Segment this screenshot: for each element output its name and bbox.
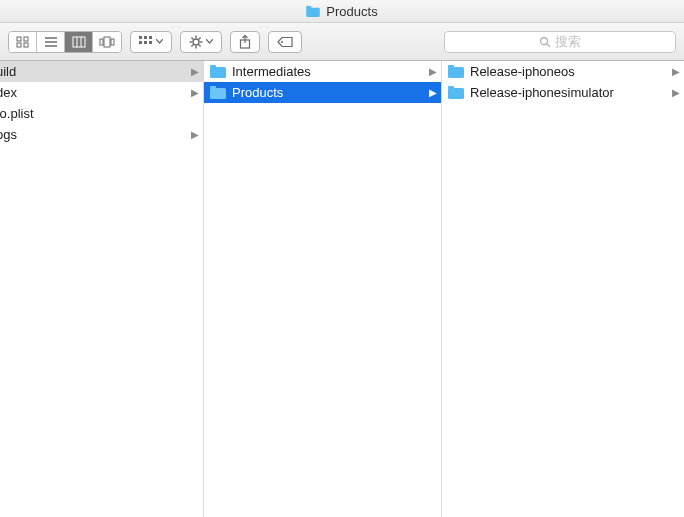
- column-0[interactable]: uild▶dex▶fo.plistogs▶: [0, 61, 204, 517]
- window-title: Products: [326, 4, 377, 19]
- svg-rect-4: [17, 43, 21, 47]
- svg-line-29: [191, 44, 193, 46]
- svg-line-28: [199, 37, 201, 39]
- svg-line-26: [191, 37, 193, 39]
- svg-rect-9: [73, 37, 85, 47]
- column-1[interactable]: Intermediates▶Products▶: [204, 61, 442, 517]
- svg-point-21: [193, 39, 199, 45]
- item-label: Release-iphonesimulator: [470, 85, 614, 100]
- list-item[interactable]: dex▶: [0, 82, 203, 103]
- chevron-down-icon: [156, 39, 163, 44]
- item-label: fo.plist: [0, 106, 34, 121]
- share-icon: [239, 35, 251, 49]
- svg-rect-42: [448, 88, 464, 99]
- tag-icon: [277, 36, 293, 48]
- view-list-button[interactable]: [37, 32, 65, 52]
- window-titlebar: Products: [0, 0, 684, 23]
- list-item[interactable]: Release-iphoneos▶: [442, 61, 684, 82]
- svg-line-34: [547, 44, 550, 47]
- search-placeholder: 搜索: [555, 33, 581, 51]
- chevron-right-icon: ▶: [429, 87, 437, 98]
- gear-icon: [189, 35, 203, 49]
- svg-point-32: [281, 41, 283, 43]
- svg-rect-2: [17, 37, 21, 41]
- view-column-button[interactable]: [65, 32, 93, 52]
- toolbar: 搜索: [0, 23, 684, 61]
- svg-rect-12: [100, 39, 103, 45]
- chevron-right-icon: ▶: [191, 66, 199, 77]
- svg-rect-13: [104, 37, 110, 47]
- list-item[interactable]: Intermediates▶: [204, 61, 441, 82]
- view-icon-button[interactable]: [9, 32, 37, 52]
- grid-icon: [16, 36, 30, 48]
- svg-point-33: [541, 37, 548, 44]
- grid-small-icon: [139, 36, 153, 48]
- chevron-down-icon: [206, 39, 213, 44]
- item-label: Products: [232, 85, 283, 100]
- view-mode-group: [8, 31, 122, 53]
- list-icon: [44, 36, 58, 48]
- search-field[interactable]: 搜索: [444, 31, 676, 53]
- svg-line-27: [199, 44, 201, 46]
- svg-rect-3: [24, 37, 28, 41]
- svg-rect-16: [144, 36, 147, 39]
- column-browser: uild▶dex▶fo.plistogs▶ Intermediates▶Prod…: [0, 61, 684, 517]
- item-label: Release-iphoneos: [470, 64, 575, 79]
- svg-rect-15: [139, 36, 142, 39]
- list-item[interactable]: uild▶: [0, 61, 203, 82]
- chevron-right-icon: ▶: [429, 66, 437, 77]
- folder-icon: [448, 65, 464, 78]
- tags-button[interactable]: [268, 31, 302, 53]
- chevron-right-icon: ▶: [191, 129, 199, 140]
- item-label: dex: [0, 85, 17, 100]
- folder-icon: [210, 86, 226, 99]
- svg-rect-40: [448, 67, 464, 78]
- arrange-button[interactable]: [130, 31, 172, 53]
- svg-rect-19: [144, 41, 147, 44]
- chevron-right-icon: ▶: [191, 87, 199, 98]
- list-item[interactable]: Products▶: [204, 82, 441, 103]
- search-icon: [539, 36, 551, 48]
- svg-rect-38: [210, 88, 226, 99]
- action-button[interactable]: [180, 31, 222, 53]
- item-label: uild: [0, 64, 16, 79]
- item-label: ogs: [0, 127, 17, 142]
- list-item[interactable]: ogs▶: [0, 124, 203, 145]
- folder-icon: [448, 86, 464, 99]
- svg-rect-20: [149, 41, 152, 44]
- svg-rect-36: [210, 67, 226, 78]
- chevron-right-icon: ▶: [672, 87, 680, 98]
- coverflow-icon: [99, 36, 115, 48]
- svg-rect-1: [307, 7, 321, 16]
- chevron-right-icon: ▶: [672, 66, 680, 77]
- folder-icon: [306, 6, 320, 17]
- svg-rect-5: [24, 43, 28, 47]
- svg-rect-17: [149, 36, 152, 39]
- svg-rect-14: [111, 39, 114, 45]
- list-item[interactable]: fo.plist: [0, 103, 203, 124]
- view-coverflow-button[interactable]: [93, 32, 121, 52]
- list-item[interactable]: Release-iphonesimulator▶: [442, 82, 684, 103]
- item-label: Intermediates: [232, 64, 311, 79]
- column-2[interactable]: Release-iphoneos▶Release-iphonesimulator…: [442, 61, 684, 517]
- columns-icon: [72, 36, 86, 48]
- share-button[interactable]: [230, 31, 260, 53]
- svg-rect-18: [139, 41, 142, 44]
- folder-icon: [210, 65, 226, 78]
